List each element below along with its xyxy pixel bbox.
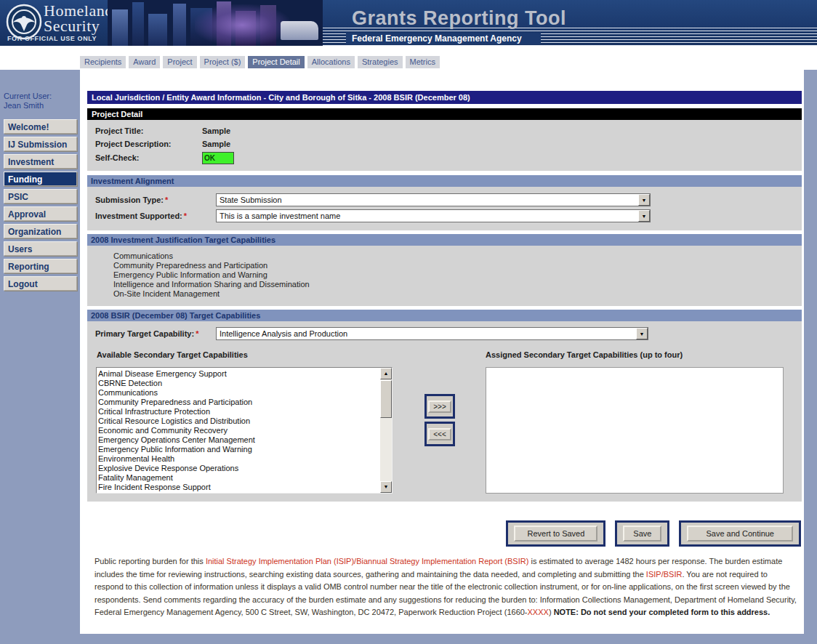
tab-award[interactable]: Award bbox=[129, 56, 160, 68]
primary-target-capability-select[interactable]: Intelligence Analysis and Production ▼ bbox=[216, 327, 648, 340]
app-header: Homeland Security FOR OFFICIAL USE ONLY … bbox=[0, 0, 817, 46]
ij-capability-item: Communications bbox=[113, 251, 802, 261]
isip-bsir-link: Initial Strategy Implementation Plan (IS… bbox=[206, 557, 529, 565]
page-background: Local Jurisdiction / Entity Award Inform… bbox=[0, 70, 817, 644]
ij-capability-item: Community Preparedness and Participation bbox=[113, 261, 802, 270]
available-capabilities-label: Available Secondary Target Capabilities bbox=[97, 350, 248, 359]
section-ij-capabilities: 2008 Investment Justification Target Cap… bbox=[87, 234, 802, 306]
isip-bsir-short-link: ISIP/BSIR bbox=[646, 570, 683, 579]
burden-text: Public reporting burden for this bbox=[94, 557, 206, 565]
required-asterisk: * bbox=[196, 329, 198, 338]
ambulance-image bbox=[281, 21, 318, 40]
dropdown-arrow-icon[interactable]: ▼ bbox=[638, 210, 650, 222]
required-asterisk: * bbox=[165, 196, 168, 204]
dropdown-arrow-icon[interactable]: ▼ bbox=[636, 328, 648, 339]
tab-bar: Recipients Award Project Project ($) Pro… bbox=[80, 56, 440, 68]
project-title-value: Sample bbox=[202, 126, 230, 135]
section-project-detail: Project Detail Project Title: Sample Pro… bbox=[87, 108, 802, 171]
bsir-capabilities-header: 2008 BSIR (December 08) Target Capabilit… bbox=[87, 310, 802, 321]
listbox-option[interactable]: Critical Infrastructure Protection bbox=[98, 407, 379, 416]
listbox-option[interactable]: Community Preparedness and Participation bbox=[98, 398, 379, 407]
save-and-continue-button[interactable]: Save and Continue bbox=[687, 526, 793, 542]
tab-recipients[interactable]: Recipients bbox=[80, 56, 126, 68]
listbox-option[interactable]: Animal Disease Emergency Support bbox=[98, 369, 379, 379]
revert-button-frame: Revert to Saved bbox=[506, 520, 605, 547]
tab-project-detail[interactable]: Project Detail bbox=[248, 56, 304, 68]
omb-number-placeholder: XXXX bbox=[528, 608, 549, 616]
tab-project-dollars[interactable]: Project ($) bbox=[200, 56, 246, 68]
sidebar-item-welcome[interactable]: Welcome! bbox=[4, 119, 77, 134]
listbox-option[interactable]: Emergency Public Information and Warning bbox=[98, 445, 379, 454]
current-user: Current User: Jean Smith bbox=[4, 92, 77, 110]
assigned-capabilities-listbox[interactable] bbox=[486, 367, 784, 494]
scroll-down-icon[interactable]: ▼ bbox=[380, 481, 392, 493]
action-button-row: Revert to Saved Save Save and Continue bbox=[87, 520, 802, 547]
save-continue-button-frame: Save and Continue bbox=[679, 520, 801, 547]
submission-type-label: Submission Type:* bbox=[95, 196, 216, 204]
sidebar-nav: Current User: Jean Smith Welcome! IJ Sub… bbox=[4, 92, 77, 294]
sidebar-item-approval[interactable]: Approval bbox=[4, 206, 77, 221]
submission-type-select[interactable]: State Submission ▼ bbox=[216, 193, 651, 206]
assigned-capabilities-label: Assigned Secondary Target Capabilities (… bbox=[486, 350, 683, 359]
sidebar-item-psic[interactable]: PSIC bbox=[4, 189, 77, 204]
tab-metrics[interactable]: Metrics bbox=[406, 56, 440, 68]
primary-target-capability-label: Primary Target Capability:* bbox=[95, 329, 216, 338]
save-button[interactable]: Save bbox=[623, 526, 661, 542]
header-skyline-image bbox=[108, 0, 323, 46]
listbox-option[interactable]: CBRNE Detection bbox=[98, 379, 379, 388]
tab-strategies[interactable]: Strategies bbox=[358, 56, 403, 68]
self-check-status: OK bbox=[202, 152, 234, 164]
ij-capability-item: Emergency Public Information and Warning bbox=[113, 270, 802, 280]
move-left-button[interactable]: <<< bbox=[428, 428, 451, 440]
self-check-label: Self-Check: bbox=[95, 153, 202, 162]
required-asterisk: * bbox=[184, 212, 187, 220]
ij-capability-item: On-Site Incident Management bbox=[113, 289, 802, 299]
project-description-value: Sample bbox=[202, 140, 230, 148]
investment-supported-select[interactable]: This is a sample investment name ▼ bbox=[216, 209, 651, 222]
burden-statement: Public reporting burden for this Initial… bbox=[94, 555, 797, 619]
scroll-up-icon[interactable]: ▲ bbox=[380, 368, 392, 379]
section-bsir-capabilities: 2008 BSIR (December 08) Target Capabilit… bbox=[87, 310, 802, 502]
tab-project[interactable]: Project bbox=[163, 56, 196, 68]
project-title-label: Project Title: bbox=[95, 126, 202, 135]
dropdown-arrow-icon[interactable]: ▼ bbox=[638, 194, 650, 206]
move-right-button[interactable]: >>> bbox=[428, 401, 451, 413]
tab-allocations[interactable]: Allocations bbox=[307, 56, 355, 68]
sidebar-item-logout[interactable]: Logout bbox=[4, 276, 77, 291]
sidebar-item-investment[interactable]: Investment bbox=[4, 154, 77, 169]
project-description-label: Project Description: bbox=[95, 140, 202, 148]
agency-name: Federal Emergency Management Agency bbox=[346, 33, 541, 44]
burden-text: ) bbox=[549, 608, 554, 616]
app-title: Grants Reporting Tool bbox=[352, 7, 566, 30]
sidebar-item-funding[interactable]: Funding bbox=[4, 172, 77, 186]
listbox-option[interactable]: Explosive Device Response Operations bbox=[98, 464, 379, 473]
move-left-button-frame: <<< bbox=[424, 422, 455, 446]
listbox-option[interactable]: Emergency Operations Center Management bbox=[98, 435, 379, 445]
fouo-label: FOR OFFICIAL USE ONLY bbox=[7, 35, 97, 42]
sidebar-item-ij-submission[interactable]: IJ Submission bbox=[4, 137, 77, 151]
sidebar-item-reporting[interactable]: Reporting bbox=[4, 259, 77, 273]
burden-note: NOTE: Do not send your completed form to… bbox=[554, 608, 770, 616]
scrollbar-thumb[interactable] bbox=[380, 380, 392, 418]
ij-capabilities-header: 2008 Investment Justification Target Cap… bbox=[87, 234, 802, 246]
available-capabilities-listbox[interactable]: Animal Disease Emergency Support CBRNE D… bbox=[96, 367, 393, 494]
sidebar-item-users[interactable]: Users bbox=[4, 241, 77, 256]
listbox-option[interactable]: Communications bbox=[98, 388, 379, 398]
main-frame: Local Jurisdiction / Entity Award Inform… bbox=[80, 70, 804, 634]
investment-supported-label: Investment Supported:* bbox=[95, 212, 216, 220]
listbox-option[interactable]: Economic and Community Recovery bbox=[98, 426, 379, 435]
listbox-option[interactable]: Environmental Health bbox=[98, 454, 379, 464]
page-title: Local Jurisdiction / Entity Award Inform… bbox=[87, 91, 802, 104]
listbox-option[interactable]: Fire Incident Response Support bbox=[98, 483, 379, 492]
revert-to-saved-button[interactable]: Revert to Saved bbox=[514, 526, 597, 542]
save-button-frame: Save bbox=[615, 520, 669, 547]
ij-capability-item: Intelligence and Information Sharing and… bbox=[113, 280, 802, 289]
sidebar-item-organization[interactable]: Organization bbox=[4, 224, 77, 238]
section-investment-alignment: Investment Alignment Submission Type:* S… bbox=[87, 175, 802, 230]
listbox-option[interactable]: Fatality Management bbox=[98, 473, 379, 483]
move-right-button-frame: >>> bbox=[424, 394, 455, 419]
dhs-logo-text: Homeland Security bbox=[44, 3, 113, 33]
listbox-scrollbar[interactable]: ▲ ▼ bbox=[380, 368, 392, 493]
listbox-option[interactable]: Critical Resource Logistics and Distribu… bbox=[98, 416, 379, 426]
project-detail-header: Project Detail bbox=[87, 108, 802, 120]
